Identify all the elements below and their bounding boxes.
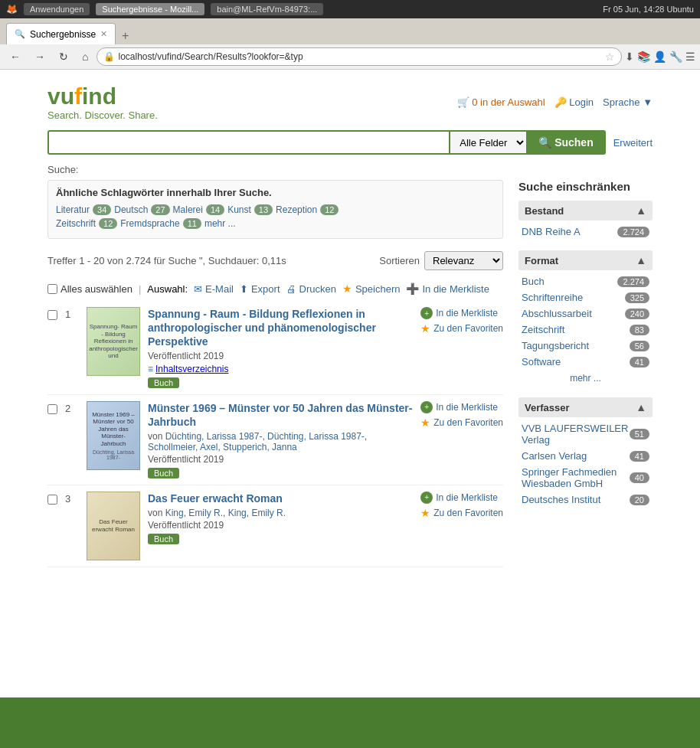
- result-title-2[interactable]: Münster 1969 – Münster vor 50 Jahren das…: [148, 402, 412, 428]
- facet-schriftenreihe-link[interactable]: Schriftenreihe: [522, 292, 583, 303]
- facet-bestand-toggle[interactable]: ▲: [636, 204, 646, 217]
- sidebar: Suche einschränken Bestand ▲ DNB Reihe A…: [518, 180, 653, 567]
- facet-bestand-header[interactable]: Bestand ▲: [518, 201, 653, 220]
- author-link-2[interactable]: Düchting, Larissa 1987-: [165, 431, 263, 442]
- home-button[interactable]: ⌂: [77, 47, 93, 66]
- facet-format-buch: Buch 2.274: [518, 273, 653, 289]
- taskbar-item-1[interactable]: Anwendungen: [24, 3, 90, 15]
- facet-vvb-link[interactable]: VVB LAUFERSWEILER Verlag: [522, 423, 630, 446]
- result-merkliste-2[interactable]: + In die Merkliste: [420, 401, 503, 413]
- facet-abschlussarbeit-link[interactable]: Abschlussarbeit: [522, 308, 592, 319]
- keyword-zeitschrift[interactable]: Zeitschrift 12: [56, 218, 117, 229]
- select-all-checkbox[interactable]: [47, 284, 57, 294]
- merkliste-button[interactable]: ➕ In die Merkliste: [406, 283, 489, 295]
- email-button[interactable]: ✉ E-Mail: [194, 283, 234, 295]
- result-checkbox-3[interactable]: [47, 495, 57, 505]
- main-layout: Ähnliche Schlagwörter innerhalb Ihrer Su…: [47, 180, 653, 567]
- taskbar-item-3[interactable]: bain@ML-RefVm-84973:...: [211, 3, 323, 15]
- favoriten-text-2: Zu den Favoriten: [433, 417, 503, 428]
- result-actions-2: + In die Merkliste ★ Zu den Favoriten: [420, 401, 503, 429]
- keywords-row-1: Literatur 34 Deutsch 27 Malerei 14: [56, 204, 495, 215]
- favoriten-text-1: Zu den Favoriten: [433, 323, 503, 334]
- result-toc-1[interactable]: ≡ Inhaltsverzeichnis: [148, 364, 413, 374]
- keyword-rezeption[interactable]: Rezeption 12: [276, 204, 339, 215]
- login-button[interactable]: 🔑 Login: [554, 96, 594, 108]
- download-icon[interactable]: ⬇: [625, 51, 634, 63]
- save-button[interactable]: ★ Speichern: [342, 283, 401, 295]
- facet-tagungsbericht-link[interactable]: Tagungsbericht: [522, 340, 589, 351]
- result-checkbox-2[interactable]: [47, 404, 57, 414]
- author-link-3b[interactable]: King, Emily R.: [228, 508, 286, 518]
- facet-springer-link[interactable]: Springer Fachmedien Wiesbaden GmbH: [522, 466, 630, 489]
- result-title-1[interactable]: Spannung - Raum - Bildung Reflexionen in…: [148, 308, 376, 348]
- extensions-icon[interactable]: 🔧: [669, 51, 682, 63]
- facet-format: Format ▲ Buch 2.274 Schriftenreihe 325: [518, 250, 653, 387]
- select-all-label[interactable]: Alles auswählen: [47, 283, 132, 295]
- cart-icon: 🛒: [457, 96, 469, 108]
- result-year-2: Veröffentlicht 2019: [148, 454, 413, 465]
- facet-verfasser-header[interactable]: Verfasser ▲: [518, 397, 653, 417]
- keyword-malerei-count: 14: [206, 204, 224, 215]
- keyword-kunst[interactable]: Kunst 13: [227, 204, 273, 215]
- facet-buch-link[interactable]: Buch: [522, 276, 545, 287]
- active-tab[interactable]: 🔍 Suchergebnisse ✕: [6, 23, 116, 44]
- author-link-2b[interactable]: Düchting, Larissa 1987-: [267, 431, 365, 442]
- field-select[interactable]: Alle Felder: [449, 130, 526, 155]
- keyword-malerei[interactable]: Malerei 14: [173, 204, 225, 215]
- facet-software-link[interactable]: Software: [522, 356, 561, 367]
- facet-dnb-link[interactable]: DNB Reihe A: [522, 226, 581, 237]
- new-tab-button[interactable]: +: [117, 28, 133, 44]
- toc-link-1[interactable]: Inhaltsverzeichnis: [155, 364, 228, 374]
- keyword-literatur[interactable]: Literatur 34: [56, 204, 111, 215]
- address-bar[interactable]: 🔒 localhost/vufind/Search/Results?lookfo…: [96, 47, 622, 66]
- result-merkliste-1[interactable]: + In die Merkliste: [420, 307, 503, 319]
- header-right: 🛒 0 in der Auswahl 🔑 Login Sprache ▼: [457, 96, 653, 108]
- reload-button[interactable]: ↻: [54, 47, 74, 66]
- forward-button[interactable]: →: [29, 47, 51, 66]
- keyword-fremdsprache[interactable]: Fremdsprache 11: [120, 218, 201, 229]
- menu-icon[interactable]: ☰: [685, 51, 695, 63]
- facet-carlsen-link[interactable]: Carlsen Verlag: [522, 450, 587, 462]
- result-favoriten-2[interactable]: ★ Zu den Favoriten: [420, 416, 503, 429]
- search-input[interactable]: [47, 130, 449, 155]
- result-favoriten-1[interactable]: ★ Zu den Favoriten: [420, 322, 503, 335]
- sync-icon[interactable]: 👤: [653, 51, 666, 63]
- tab-close-button[interactable]: ✕: [100, 29, 107, 39]
- advanced-search-link[interactable]: Erweitert: [613, 137, 653, 149]
- cart-link[interactable]: 🛒 0 in der Auswahl: [457, 96, 545, 108]
- author-link-2c[interactable]: Schollmeier, Axel: [148, 442, 218, 452]
- taskbar-item-2[interactable]: Suchergebnisse - Mozill...: [96, 3, 204, 15]
- facet-format-toggle[interactable]: ▲: [636, 254, 646, 266]
- library-icon[interactable]: 📚: [637, 51, 650, 63]
- select-all-text: Alles auswählen: [61, 283, 132, 295]
- search-form: Alle Felder 🔍 Suchen Erweitert: [47, 130, 653, 155]
- result-favoriten-3[interactable]: ★ Zu den Favoriten: [420, 507, 503, 519]
- result-thumb-3: Das Feuer erwacht Roman: [87, 492, 140, 560]
- facet-format-header[interactable]: Format ▲: [518, 250, 653, 270]
- site-logo[interactable]: vufind: [47, 83, 158, 109]
- sort-select[interactable]: Relevanz: [424, 251, 503, 270]
- toc-icon: ≡: [148, 364, 153, 374]
- facet-zeitschrift-link[interactable]: Zeitschrift: [522, 324, 564, 335]
- search-button[interactable]: 🔍 Suchen: [526, 130, 605, 155]
- keyword-deutsch[interactable]: Deutsch 27: [114, 204, 169, 215]
- export-button[interactable]: ⬆ Export: [240, 283, 280, 295]
- print-button[interactable]: 🖨 Drucken: [286, 283, 336, 295]
- result-checkbox-1[interactable]: [47, 310, 57, 320]
- facet-software-count: 41: [630, 357, 649, 367]
- author-link-2d[interactable]: Stupperich, Janna: [223, 442, 297, 452]
- keywords-more-link[interactable]: mehr ...: [204, 218, 236, 229]
- facet-deutsches-link[interactable]: Deutsches Institut: [522, 494, 600, 505]
- facet-format-more[interactable]: mehr ...: [518, 370, 653, 387]
- language-selector[interactable]: Sprache ▼: [603, 96, 653, 108]
- bookmark-icon[interactable]: ☆: [605, 51, 615, 63]
- result-merkliste-3[interactable]: + In die Merkliste: [420, 492, 503, 504]
- facet-verfasser-label: Verfasser: [525, 402, 570, 413]
- suche-label: Suche:: [47, 161, 653, 180]
- author-link-3a[interactable]: King, Emily R.: [165, 508, 223, 518]
- result-title-3[interactable]: Das Feuer erwacht Roman: [148, 492, 283, 505]
- language-label: Sprache: [603, 96, 639, 108]
- keyword-fremdsprache-count: 11: [183, 218, 201, 229]
- facet-verfasser-toggle[interactable]: ▲: [636, 401, 646, 413]
- back-button[interactable]: ←: [5, 47, 26, 66]
